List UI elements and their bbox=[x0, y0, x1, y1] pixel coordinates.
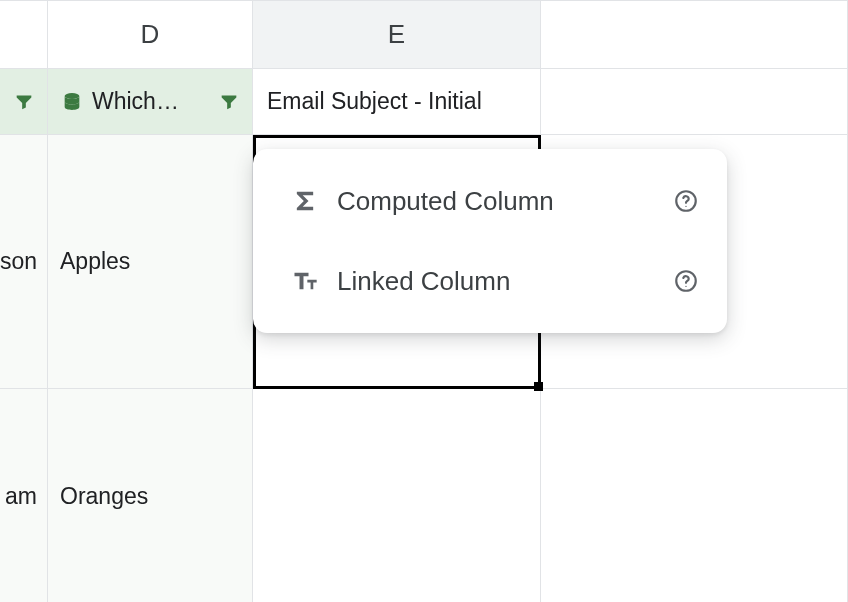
cell-value: am bbox=[0, 483, 47, 510]
cell-value: son bbox=[0, 248, 47, 275]
cell-c2-partial[interactable]: am bbox=[0, 389, 48, 602]
column-header-d[interactable]: D bbox=[48, 1, 253, 68]
field-header-e-label: Email Subject - Initial bbox=[267, 88, 482, 115]
database-icon bbox=[60, 90, 84, 114]
field-header-e[interactable]: Email Subject - Initial bbox=[253, 69, 541, 134]
menu-item-label: Computed Column bbox=[337, 186, 657, 217]
cell-value: Oranges bbox=[48, 483, 160, 510]
column-header-f-partial[interactable] bbox=[541, 1, 848, 68]
cell-c1-partial[interactable]: son bbox=[0, 135, 48, 388]
field-header-d[interactable]: Which… bbox=[48, 69, 253, 134]
text-type-icon bbox=[287, 263, 323, 299]
cell-e2[interactable] bbox=[253, 389, 541, 602]
help-icon[interactable] bbox=[671, 266, 701, 296]
menu-item-label: Linked Column bbox=[337, 266, 657, 297]
column-header-c-partial[interactable] bbox=[0, 1, 48, 68]
cell-d1[interactable]: Apples bbox=[48, 135, 253, 388]
menu-item-linked-column[interactable]: Linked Column bbox=[253, 241, 727, 321]
help-icon[interactable] bbox=[671, 186, 701, 216]
sigma-icon bbox=[287, 183, 323, 219]
field-header-f-partial[interactable] bbox=[541, 69, 848, 134]
cell-d2[interactable]: Oranges bbox=[48, 389, 253, 602]
spreadsheet-grid: D E Which… Email bbox=[0, 0, 848, 602]
column-header-e[interactable]: E bbox=[253, 1, 541, 68]
table-row: am Oranges bbox=[0, 389, 848, 602]
cell-value: Apples bbox=[48, 248, 142, 275]
column-letter-e: E bbox=[253, 1, 540, 68]
field-header-d-label: Which… bbox=[92, 88, 208, 115]
svg-point-0 bbox=[65, 93, 80, 99]
field-header-row: Which… Email Subject - Initial bbox=[0, 69, 848, 135]
column-type-popup: Computed Column Linked Column bbox=[253, 149, 727, 333]
field-header-c-partial[interactable] bbox=[0, 69, 48, 134]
filter-icon[interactable] bbox=[216, 89, 242, 115]
svg-point-4 bbox=[685, 286, 686, 287]
svg-point-2 bbox=[685, 206, 686, 207]
menu-item-computed-column[interactable]: Computed Column bbox=[253, 161, 727, 241]
column-letter-header-row: D E bbox=[0, 1, 848, 69]
filter-icon[interactable] bbox=[11, 89, 37, 115]
column-letter-d: D bbox=[48, 1, 252, 68]
cell-f2-partial[interactable] bbox=[541, 389, 848, 602]
